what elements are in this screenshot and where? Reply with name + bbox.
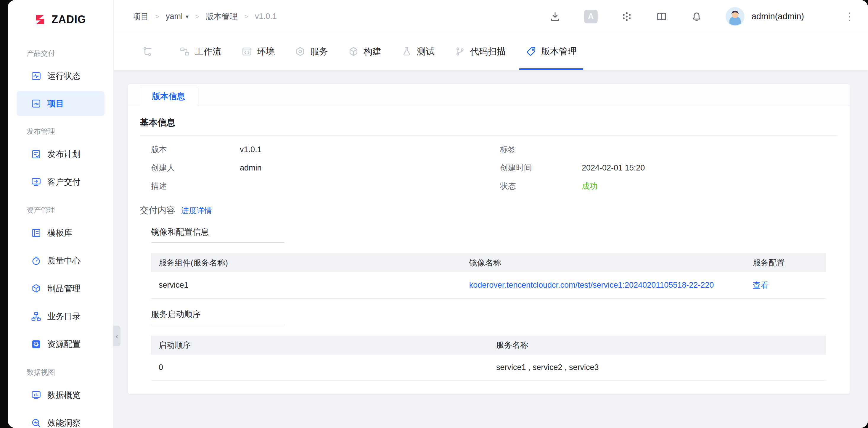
- nav-tab-release-management[interactable]: 版本管理: [516, 33, 587, 70]
- sidebar-item-efficiency-insight[interactable]: 效能洞察: [8, 409, 113, 428]
- col-image-name: 镜像名称: [462, 253, 745, 272]
- breadcrumb-release-management[interactable]: 版本管理: [206, 11, 238, 22]
- delivery-title: 交付内容: [140, 204, 175, 216]
- status-badge: 成功: [582, 181, 598, 191]
- docs-icon[interactable]: [656, 11, 668, 23]
- top-bar: 项目 > yaml▾ > 版本管理 > v1.0.1 A admin(admin…: [114, 0, 868, 33]
- image-config-table: 服务组件(服务名称) 镜像名称 服务配置 service1 koderover.…: [151, 253, 826, 299]
- breadcrumb-separator: >: [244, 12, 248, 21]
- sidebar-item-customer-delivery[interactable]: 客户交付: [8, 168, 113, 196]
- tab-release-info[interactable]: 版本信息: [140, 87, 197, 106]
- chevron-left-icon: ‹: [116, 331, 118, 341]
- sidebar-section-data-view: 数据视图: [8, 358, 113, 381]
- sidebar-item-label: 资源配置: [48, 339, 81, 350]
- user-menu[interactable]: admin(admin): [725, 7, 804, 26]
- notification-bell-icon[interactable]: [691, 11, 703, 23]
- progress-detail-link[interactable]: 进度详情: [181, 206, 212, 216]
- avatar[interactable]: [725, 7, 745, 26]
- sidebar-item-label: 发布计划: [48, 149, 81, 160]
- business-catalog-icon: [31, 311, 41, 322]
- sidebar-section-release-management: 发布管理: [8, 117, 113, 140]
- sidebar-item-data-overview[interactable]: 数据概览: [8, 381, 113, 409]
- nav-tab-label: 测试: [417, 45, 435, 58]
- sidebar: ZADIG 产品交付 运行状态 PM 项目 发布管理 发布计划 客户交付 资产管…: [8, 0, 114, 428]
- sidebar-item-template-library[interactable]: 模板库: [8, 219, 113, 247]
- sidebar-item-label: 质量中心: [48, 255, 81, 266]
- sidebar-item-release-plan[interactable]: 发布计划: [8, 140, 113, 168]
- nav-tab-test[interactable]: 测试: [391, 33, 445, 70]
- apps-cluster-icon[interactable]: [621, 11, 633, 23]
- basic-info-title: 基本信息: [140, 117, 838, 135]
- sidebar-item-label: 效能洞察: [48, 417, 81, 428]
- service-icon: [295, 46, 306, 57]
- image-config-title: 镜像和配置信息: [151, 226, 285, 243]
- view-config-link[interactable]: 查看: [752, 281, 769, 290]
- breadcrumb-project[interactable]: 项目: [133, 11, 149, 22]
- col-service-config: 服务配置: [745, 253, 826, 272]
- cell-services: service1 , service2 , service3: [489, 355, 826, 380]
- sidebar-section-asset-management: 资产管理: [8, 196, 113, 219]
- breadcrumb-version: v1.0.1: [255, 12, 277, 21]
- customer-delivery-icon: [31, 177, 41, 187]
- field-creator: 创建人 admin: [140, 159, 489, 177]
- sidebar-item-label: 模板库: [48, 227, 72, 239]
- sidebar-item-quality-center[interactable]: 质量中心: [8, 247, 113, 275]
- more-menu-icon[interactable]: ⋮: [844, 11, 855, 22]
- zadig-logo[interactable]: ZADIG: [8, 0, 113, 39]
- download-icon[interactable]: [549, 11, 561, 23]
- breadcrumb-separator: >: [155, 12, 159, 21]
- sidebar-item-business-catalog[interactable]: 业务目录: [8, 303, 113, 330]
- user-name: admin(admin): [752, 11, 804, 21]
- sidebar-item-label: 项目: [48, 98, 64, 109]
- build-icon: [348, 46, 359, 57]
- field-version: 版本 v1.0.1: [140, 140, 489, 159]
- nav-tab-label: 环境: [257, 45, 275, 58]
- code-scan-icon: [455, 46, 465, 57]
- sidebar-item-running-status[interactable]: 运行状态: [8, 62, 113, 90]
- template-library-icon: [31, 227, 41, 238]
- breadcrumb-separator: >: [195, 12, 199, 21]
- col-startup-order: 启动顺序: [151, 336, 489, 355]
- sidebar-item-label: 客户交付: [48, 176, 81, 188]
- nav-tab-build[interactable]: 构建: [338, 33, 391, 70]
- language-icon[interactable]: A: [584, 10, 598, 23]
- top-actions: A admin(admin) ⋮: [549, 7, 855, 26]
- cell-service-name: service1: [151, 272, 462, 298]
- nav-tab-workflow[interactable]: 工作流: [169, 33, 231, 70]
- nav-tab-environment[interactable]: 环境: [231, 33, 285, 70]
- col-service-names: 服务名称: [489, 336, 826, 355]
- svg-text:PM: PM: [34, 102, 39, 106]
- test-icon: [401, 46, 412, 57]
- caret-down-icon: ▾: [186, 13, 189, 20]
- running-status-icon: [31, 71, 41, 82]
- sidebar-item-projects[interactable]: PM 项目: [17, 91, 104, 116]
- sidebar-section-product-delivery: 产品交付: [8, 39, 113, 62]
- sidebar-item-label: 数据概览: [48, 390, 81, 401]
- sidebar-item-label: 制品管理: [48, 283, 81, 294]
- nav-tab-label: 服务: [310, 45, 328, 58]
- nav-tab-label: 工作流: [195, 45, 221, 58]
- nav-tab-label: 构建: [364, 45, 381, 58]
- startup-order-table: 启动顺序 服务名称 0 service1 , service2 , servic…: [151, 336, 826, 381]
- breadcrumb-project-name[interactable]: yaml▾: [166, 12, 189, 21]
- basic-info-grid: 版本 v1.0.1 标签 创建人 admin 创建时间: [140, 140, 838, 195]
- sidebar-item-artifact-management[interactable]: 制品管理: [8, 275, 113, 303]
- breadcrumb: 项目 > yaml▾ > 版本管理 > v1.0.1: [133, 11, 277, 22]
- brand-name: ZADIG: [52, 13, 86, 26]
- field-tag: 标签: [489, 140, 838, 159]
- nav-collapse-icon[interactable]: [142, 46, 153, 57]
- nav-tab-label: 代码扫描: [470, 45, 506, 58]
- col-service-component: 服务组件(服务名称): [151, 253, 462, 272]
- resource-config-icon: [31, 339, 41, 349]
- sidebar-item-resource-config[interactable]: 资源配置: [8, 330, 113, 358]
- environment-icon: [242, 46, 252, 57]
- module-nav: 工作流 环境 服务 构建 测试 代码扫描: [114, 33, 868, 70]
- table-row: 0 service1 , service2 , service3: [151, 355, 826, 380]
- efficiency-insight-icon: [31, 418, 41, 428]
- artifact-management-icon: [31, 283, 41, 294]
- field-created-time: 创建时间 2024-02-01 15:20: [489, 159, 838, 177]
- nav-tab-code-scan[interactable]: 代码扫描: [445, 33, 516, 70]
- nav-tab-service[interactable]: 服务: [285, 33, 338, 70]
- sidebar-collapse-handle[interactable]: ‹: [113, 326, 121, 346]
- image-link[interactable]: koderover.tencentcloudcr.com/test/servic…: [469, 281, 714, 289]
